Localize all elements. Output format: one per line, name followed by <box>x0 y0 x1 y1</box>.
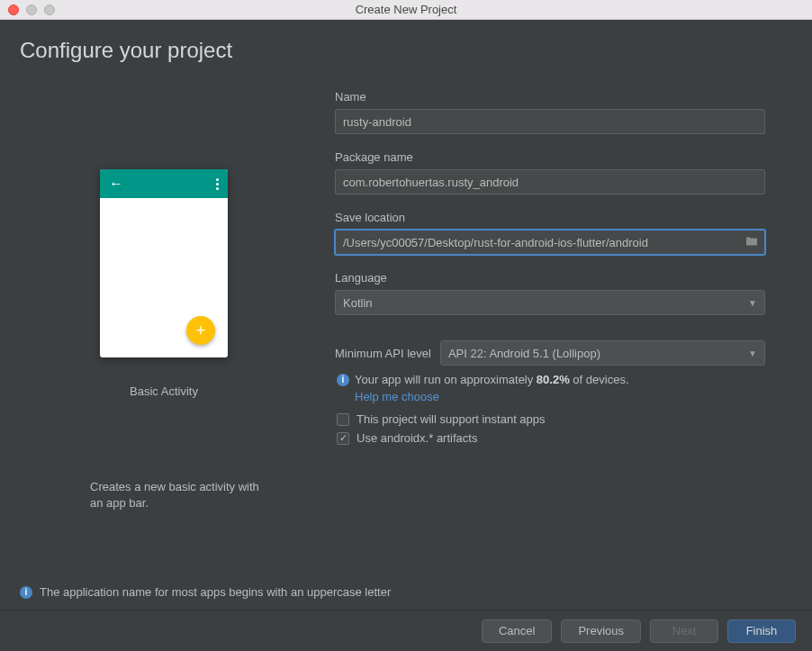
dialog-footer: Cancel Previous Next Finish <box>0 610 812 651</box>
api-level-select[interactable]: API 22: Android 5.1 (Lollipop) ▼ <box>440 340 765 366</box>
chevron-down-icon: ▼ <box>748 298 757 308</box>
template-preview: ← + <box>100 169 228 357</box>
finish-button[interactable]: Finish <box>727 619 796 643</box>
preview-appbar: ← <box>100 169 228 198</box>
titlebar: Create New Project <box>0 0 812 20</box>
location-input[interactable] <box>335 230 765 255</box>
fab-plus-icon: + <box>186 316 215 345</box>
name-label: Name <box>335 90 765 104</box>
package-label: Package name <box>335 150 765 164</box>
template-caption: Basic Activity <box>130 384 198 398</box>
api-level-label: Minimum API level <box>335 347 431 360</box>
help-me-choose-link[interactable]: Help me choose <box>355 390 439 403</box>
language-select[interactable]: Kotlin ▼ <box>335 290 765 315</box>
language-value: Kotlin <box>343 296 373 310</box>
info-icon: i <box>20 586 32 599</box>
instant-apps-checkbox[interactable] <box>337 413 349 426</box>
validation-warning: i The application name for most apps beg… <box>20 585 391 599</box>
androidx-label: Use androidx.* artifacts <box>356 431 477 445</box>
androidx-checkbox[interactable] <box>337 432 349 445</box>
overflow-menu-icon <box>216 178 219 190</box>
chevron-down-icon: ▼ <box>748 348 757 358</box>
template-description: Creates a new basic activity with an app… <box>20 479 308 511</box>
page-heading: Configure your project <box>20 38 792 63</box>
window-title: Create New Project <box>0 3 812 16</box>
next-button: Next <box>650 619 718 643</box>
device-coverage-info: i Your app will run on approximately 80.… <box>335 373 765 386</box>
name-input[interactable] <box>335 109 765 134</box>
info-icon: i <box>337 374 349 386</box>
language-label: Language <box>335 271 765 285</box>
instant-apps-label: This project will support instant apps <box>356 412 546 426</box>
cancel-button[interactable]: Cancel <box>482 619 552 643</box>
back-arrow-icon: ← <box>109 176 123 192</box>
previous-button[interactable]: Previous <box>561 619 641 643</box>
api-level-value: API 22: Android 5.1 (Lollipop) <box>448 347 600 360</box>
location-label: Save location <box>335 211 765 224</box>
browse-folder-icon[interactable] <box>745 236 758 249</box>
package-input[interactable] <box>335 169 765 194</box>
